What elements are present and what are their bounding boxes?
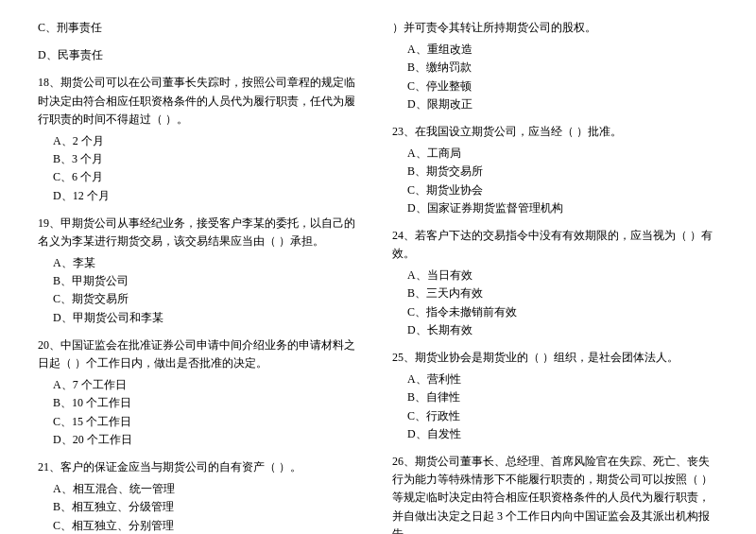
q21-text: 21、客户的保证金应当与期货公司的自有资产（ ）。 [38,458,364,476]
question-22-cont: ）并可责令其转让所持期货公司的股权。 A、重组改造 B、缴纳罚款 C、停业整顿 … [392,19,718,113]
q24-option-d: D、长期有效 [407,321,718,339]
q19-option-b: B、甲期货公司 [53,272,364,290]
question-18: 18、期货公司可以在公司董事长失踪时，按照公司章程的规定临时决定由符合相应任职资… [38,74,364,204]
q21-option-a: A、相互混合、统一管理 [53,480,364,498]
q18-option-d: D、12 个月 [53,187,364,205]
q22-option-d: D、限期改正 [407,95,718,113]
q21-option-b: B、相互独立、分级管理 [53,498,364,516]
q23-option-c: C、期货业协会 [407,181,718,199]
q21-option-c: C、相互独立、分别管理 [53,517,364,535]
right-column: ）并可责令其转让所持期货公司的股权。 A、重组改造 B、缴纳罚款 C、停业整顿 … [392,19,718,534]
q24-option-a: A、当日有效 [407,267,718,284]
question-23: 23、在我国设立期货公司，应当经（ ）批准。 A、工商局 B、期货交易所 C、期… [392,123,718,217]
q20-option-a: A、7 个工作日 [53,376,364,394]
q22-option-c: C、停业整顿 [407,78,718,95]
question-25: 25、期货业协会是期货业的（ ）组织，是社会团体法人。 A、营利性 B、自律性 … [392,349,718,443]
q19-option-d: D、甲期货公司和李某 [53,309,364,327]
q25-option-b: B、自律性 [407,388,718,406]
q18-text: 18、期货公司可以在公司董事长失踪时，按照公司章程的规定临时决定由符合相应任职资… [38,74,364,129]
q22-option-b: B、缴纳罚款 [407,59,718,77]
q25-option-d: D、自发性 [407,425,718,443]
q19-text: 19、甲期货公司从事经纪业务，接受客户李某的委托，以自己的名义为李某进行期货交易… [38,215,364,250]
q22-cont-text: ）并可责令其转让所持期货公司的股权。 [392,19,718,37]
q20-option-d: D、20 个工作日 [53,431,364,449]
q20-option-b: B、10 个工作日 [53,394,364,412]
q-d-civil-text: D、民事责任 [38,48,103,61]
q23-option-a: A、工商局 [407,145,718,163]
q18-option-a: A、2 个月 [53,132,364,150]
question-d-civil: D、民事责任 [38,46,364,64]
q20-option-c: C、15 个工作日 [53,413,364,431]
question-26: 26、期货公司董事长、总经理、首席风险官在失踪、死亡、丧失行为能力等特殊情形下不… [392,453,718,534]
question-c-board: C、刑事责任 [38,19,364,37]
q24-text: 24、若客户下达的交易指令中没有有效期限的，应当视为（ ）有效。 [392,227,718,263]
q24-option-b: B、三天内有效 [407,284,718,302]
q19-option-c: C、期货交易所 [53,290,364,308]
q23-option-b: B、期货交易所 [407,163,718,181]
question-21: 21、客户的保证金应当与期货公司的自有资产（ ）。 A、相互混合、统一管理 B、… [38,458,364,534]
question-24: 24、若客户下达的交易指令中没有有效期限的，应当视为（ ）有效。 A、当日有效 … [392,227,718,339]
question-19: 19、甲期货公司从事经纪业务，接受客户李某的委托，以自己的名义为李某进行期货交易… [38,215,364,327]
question-20: 20、中国证监会在批准证券公司申请中间介绍业务的申请材料之日起（ ）个工作日内，… [38,336,364,449]
q18-option-b: B、3 个月 [53,150,364,168]
q23-text: 23、在我国设立期货公司，应当经（ ）批准。 [392,123,718,141]
q20-text: 20、中国证监会在批准证券公司申请中间介绍业务的申请材料之日起（ ）个工作日内，… [38,336,364,372]
left-column: C、刑事责任 D、民事责任 18、期货公司可以在公司董事长失踪时，按照公司章程的… [38,19,364,534]
q22-option-a: A、重组改造 [407,41,718,59]
q23-option-d: D、国家证券期货监督管理机构 [407,199,718,217]
q18-option-c: C、6 个月 [53,168,364,186]
q24-option-c: C、指令未撤销前有效 [407,303,718,321]
q25-option-c: C、行政性 [407,407,718,425]
q25-option-a: A、营利性 [407,370,718,388]
q25-text: 25、期货业协会是期货业的（ ）组织，是社会团体法人。 [392,349,718,367]
q19-option-a: A、李某 [53,254,364,272]
q26-text: 26、期货公司董事长、总经理、首席风险官在失踪、死亡、丧失行为能力等特殊情形下不… [392,453,718,534]
q-c-board-text: C、刑事责任 [38,21,102,34]
